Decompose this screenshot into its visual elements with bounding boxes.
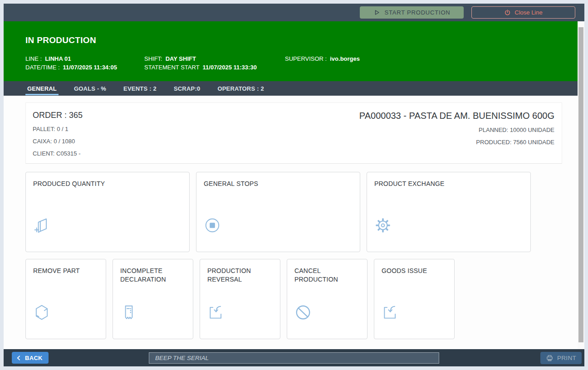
production-reversal-tile[interactable]: PRODUCTION REVERSAL (200, 259, 280, 339)
remove-part-tile[interactable]: REMOVE PART (25, 259, 106, 339)
vertical-scrollbar (578, 21, 584, 349)
product-box-icon (33, 304, 50, 321)
close-line-label: Close Line (514, 9, 542, 16)
main-content: ORDER : 365 PALLET: 0 / 1 CAIXA: 0 / 108… (4, 96, 578, 349)
start-production-label: START PRODUCTION (385, 9, 451, 16)
serial-scan-input[interactable] (149, 352, 439, 364)
production-info: LINE :LINHA 01 DATE/TIME :11/07/2025 11:… (25, 55, 568, 72)
tab-operators[interactable]: OPERATORS : 2 (216, 81, 266, 96)
print-label: PRINT (557, 355, 576, 361)
back-label: BACK (25, 355, 43, 361)
general-stops-tile[interactable]: GENERAL STOPS (196, 172, 360, 252)
print-button[interactable]: PRINT (540, 352, 582, 364)
top-bar: START PRODUCTION Close Line (4, 4, 584, 21)
printer-icon (546, 354, 554, 362)
add-product-icon (33, 217, 50, 234)
planned-quantity: PLANNED: 10000 UNIDADE (359, 127, 554, 133)
produced-quantity-tile[interactable]: PRODUCED QUANTITY (25, 172, 190, 252)
product-title: PA000033 - PASTA DE AM. BUENISSIMO 600G (359, 111, 554, 121)
datetime-info: DATE/TIME :11/07/2025 11:34:05 (25, 63, 144, 72)
caixa-count: CAIXA: 0 / 1080 (33, 138, 83, 145)
box-arrow-in-icon (207, 304, 225, 321)
statement-start-info: STATEMENT START11/07/2025 11:33:30 (144, 63, 285, 72)
app-window: START PRODUCTION Close Line IN PRODUCTIO… (4, 4, 584, 366)
back-button[interactable]: BACK (12, 352, 49, 364)
receipt-icon (120, 304, 137, 321)
product-exchange-tile[interactable]: PRODUCT EXCHANGE (367, 172, 531, 252)
play-icon (373, 9, 380, 16)
secondary-action-tiles: REMOVE PART INCOMPLETE DECLARATION (25, 259, 562, 339)
produced-quantity-value: PRODUCED: 7560 UNIDADE (359, 139, 554, 146)
tab-general[interactable]: GENERAL (25, 81, 59, 96)
tab-bar: GENERAL GOALS - % EVENTS : 2 SCRAP:0 OPE… (4, 81, 578, 96)
order-right: PA000033 - PASTA DE AM. BUENISSIMO 600G … (359, 111, 554, 163)
goods-issue-tile[interactable]: GOODS ISSUE (374, 259, 455, 339)
supervisor-info: SUPERVISOR :ivo.borges (285, 55, 568, 63)
incomplete-declaration-tile[interactable]: INCOMPLETE DECLARATION (113, 259, 193, 339)
order-number: ORDER : 365 (33, 111, 83, 120)
cancel-icon (294, 304, 312, 321)
tab-goals[interactable]: GOALS - % (72, 81, 108, 96)
primary-action-tiles: PRODUCED QUANTITY GENERAL STOPS (25, 172, 562, 252)
line-info: LINE :LINHA 01 (25, 55, 144, 63)
tab-events[interactable]: EVENTS : 2 (122, 81, 158, 96)
status-banner: IN PRODUCTION LINE :LINHA 01 DATE/TIME :… (4, 21, 578, 81)
box-arrow-in-icon (382, 304, 399, 321)
cancel-production-tile[interactable]: CANCEL PRODUCTION (287, 259, 368, 339)
start-production-button[interactable]: START PRODUCTION (360, 6, 464, 19)
client-code: CLIENT: C05315 - (33, 150, 83, 157)
stop-icon (204, 217, 221, 234)
chevron-left-icon (16, 355, 22, 361)
tab-scrap[interactable]: SCRAP:0 (172, 81, 202, 96)
power-icon (504, 9, 511, 16)
close-line-button[interactable]: Close Line (471, 6, 575, 19)
order-left: ORDER : 365 PALLET: 0 / 1 CAIXA: 0 / 108… (33, 111, 83, 163)
gear-icon (374, 217, 392, 234)
bottom-bar: BACK PRINT (4, 349, 584, 366)
order-panel: ORDER : 365 PALLET: 0 / 1 CAIXA: 0 / 108… (25, 102, 562, 164)
scrollbar-thumb[interactable] (578, 27, 583, 342)
production-status-title: IN PRODUCTION (25, 35, 568, 45)
shift-info: SHIFT:DAY SHIFT (144, 55, 285, 63)
pallet-count: PALLET: 0 / 1 (33, 126, 83, 132)
